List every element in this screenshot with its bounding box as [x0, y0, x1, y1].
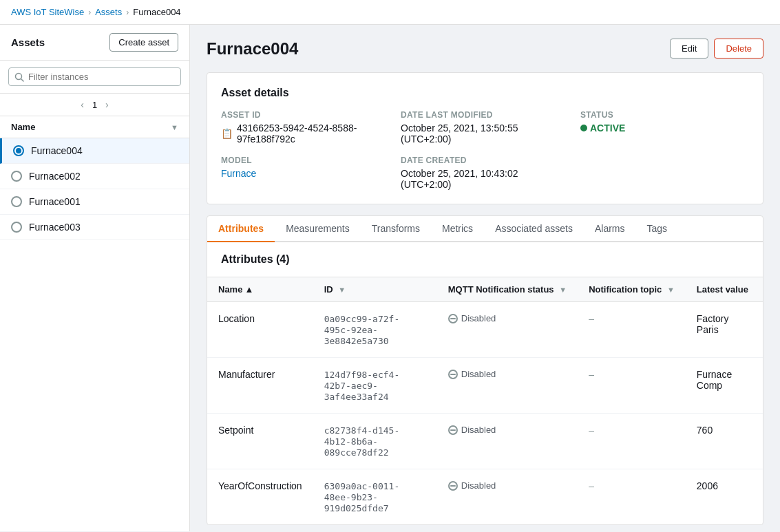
disabled-badge: Disabled: [448, 313, 567, 323]
col-name[interactable]: Name ▲: [207, 277, 313, 302]
details-grid: Asset ID 📋 43166253-5942-4524-8588-97fe1…: [221, 110, 749, 190]
disabled-circle: [448, 425, 458, 435]
tab-associated-assets[interactable]: Associated assets: [484, 216, 584, 242]
row-mqtt: Disabled: [437, 469, 578, 525]
tab-transforms[interactable]: Transforms: [361, 216, 431, 242]
row-mqtt: Disabled: [437, 302, 578, 358]
name-sort[interactable]: Name ▲: [218, 284, 253, 295]
copy-icon[interactable]: 📋: [221, 128, 233, 139]
model-value: Furnace: [221, 168, 390, 179]
table-row: Manufacturer 124d7f98-ecf4-42b7-aec9-3af…: [207, 358, 763, 414]
main-content: Furnace004 Edit Delete Asset details Ass…: [190, 25, 780, 531]
tab-attributes[interactable]: Attributes: [207, 216, 275, 242]
col-notification[interactable]: Notification topic ▼: [578, 277, 686, 302]
list-item[interactable]: Furnace004: [0, 138, 189, 164]
row-name: Manufacturer: [207, 358, 313, 414]
row-topic: –: [578, 358, 686, 414]
breadcrumb-sep-2: ›: [126, 8, 129, 17]
asset-details-card: Asset details Asset ID 📋 43166253-5942-4…: [207, 72, 763, 204]
breadcrumb-sep-1: ›: [88, 8, 91, 17]
row-topic: –: [578, 469, 686, 525]
row-topic: –: [578, 414, 686, 469]
sidebar: Assets Create asset ‹ 1 › Name ▼: [0, 25, 190, 531]
list-item[interactable]: Furnace003: [0, 215, 189, 240]
page-title: Furnace004: [207, 39, 298, 58]
table-row: Location 0a09cc99-a72f-495c-92ea-3e8842e…: [207, 302, 763, 358]
radio-selected: [13, 145, 24, 156]
asset-name-furnace004: Furnace004: [31, 145, 83, 156]
date-modified-value: October 25, 2021, 13:50:55 (UTC+2:00): [401, 123, 569, 145]
mqtt-filter-icon[interactable]: ▼: [559, 286, 567, 294]
row-mqtt: Disabled: [437, 414, 578, 469]
row-id: 124d7f98-ecf4-42b7-aec9-3af4ee33af24: [313, 358, 437, 414]
row-mqtt: Disabled: [437, 358, 578, 414]
model-link[interactable]: Furnace: [221, 168, 256, 179]
search-box: [0, 61, 189, 94]
disabled-badge: Disabled: [448, 369, 567, 379]
asset-id-label: Asset ID: [221, 110, 390, 120]
delete-button[interactable]: Delete: [714, 39, 763, 58]
sidebar-header: Assets Create asset: [0, 25, 189, 61]
asset-list: Furnace004 Furnace002 Furnace001 Furnace…: [0, 138, 189, 240]
col-mqtt[interactable]: MQTT Notification status ▼: [437, 277, 578, 302]
date-created-value: October 25, 2021, 10:43:02 (UTC+2:00): [401, 168, 569, 190]
create-asset-button[interactable]: Create asset: [109, 33, 178, 52]
tabs: Attributes Measurements Transforms Metri…: [207, 216, 763, 242]
breadcrumb-sitewise[interactable]: AWS IoT SiteWise: [11, 7, 84, 17]
col-id[interactable]: ID ▼: [313, 277, 437, 302]
asset-details-inner: Asset details Asset ID 📋 43166253-5942-4…: [207, 73, 763, 204]
asset-list-name-header: Name: [11, 122, 168, 132]
status-label: Status: [580, 110, 749, 120]
edit-button[interactable]: Edit: [670, 39, 708, 58]
attributes-section: Attributes Measurements Transforms Metri…: [207, 215, 763, 525]
search-icon: [14, 72, 24, 82]
tab-measurements[interactable]: Measurements: [275, 216, 361, 242]
radio-unselected: [11, 196, 22, 207]
search-input-wrap: [8, 67, 181, 86]
asset-details-title: Asset details: [221, 87, 749, 99]
radio-inner: [16, 148, 21, 153]
asset-name-furnace001: Furnace001: [29, 196, 81, 207]
tab-metrics[interactable]: Metrics: [431, 216, 484, 242]
date-modified-label: Date last modified: [401, 110, 569, 120]
row-topic: –: [578, 302, 686, 358]
row-value: Factory Paris: [686, 302, 763, 358]
row-id: 6309a0ac-0011-48ee-9b23-919d025dfde7: [313, 469, 437, 525]
svg-point-0: [16, 73, 22, 79]
breadcrumb: AWS IoT SiteWise › Assets › Furnace004: [0, 0, 780, 25]
row-value: 2006: [686, 469, 763, 525]
search-input[interactable]: [28, 72, 175, 82]
id-filter-icon[interactable]: ▼: [338, 286, 346, 294]
name-sort-icon[interactable]: ▼: [171, 123, 178, 131]
status-text: ACTIVE: [590, 123, 625, 134]
asset-id-block: Asset ID 📋 43166253-5942-4524-8588-97fe1…: [221, 110, 390, 145]
main-header: Furnace004 Edit Delete: [207, 39, 763, 58]
table-header: Attributes (4): [207, 242, 763, 277]
row-name: Location: [207, 302, 313, 358]
status-value: ACTIVE: [580, 123, 749, 134]
table-row: YearOfConstruction 6309a0ac-0011-48ee-9b…: [207, 469, 763, 525]
list-item[interactable]: Furnace002: [0, 164, 189, 189]
notification-filter-icon[interactable]: ▼: [667, 286, 675, 294]
next-page-button[interactable]: ›: [103, 98, 112, 111]
row-id: c82738f4-d145-4b12-8b6a-089cce78df22: [313, 414, 437, 469]
sort-up-icon: ▲: [244, 284, 253, 295]
model-label: Model: [221, 156, 390, 165]
page-number: 1: [92, 100, 97, 110]
tab-tags[interactable]: Tags: [636, 216, 679, 242]
date-modified-block: Date last modified October 25, 2021, 13:…: [401, 110, 569, 145]
row-id: 0a09cc99-a72f-495c-92ea-3e8842e5a730: [313, 302, 437, 358]
disabled-badge: Disabled: [448, 425, 567, 435]
tab-alarms[interactable]: Alarms: [584, 216, 636, 242]
row-value: 760: [686, 414, 763, 469]
list-item[interactable]: Furnace001: [0, 189, 189, 215]
breadcrumb-current: Furnace004: [133, 7, 180, 17]
row-value: Furnace Comp: [686, 358, 763, 414]
prev-page-button[interactable]: ‹: [78, 98, 87, 111]
header-actions: Edit Delete: [670, 39, 763, 58]
asset-name-furnace003: Furnace003: [29, 222, 81, 233]
asset-list-header: Name ▼: [0, 116, 189, 138]
breadcrumb-assets[interactable]: Assets: [95, 7, 122, 17]
status-dot: [580, 125, 587, 131]
date-created-label: Date created: [401, 156, 569, 165]
